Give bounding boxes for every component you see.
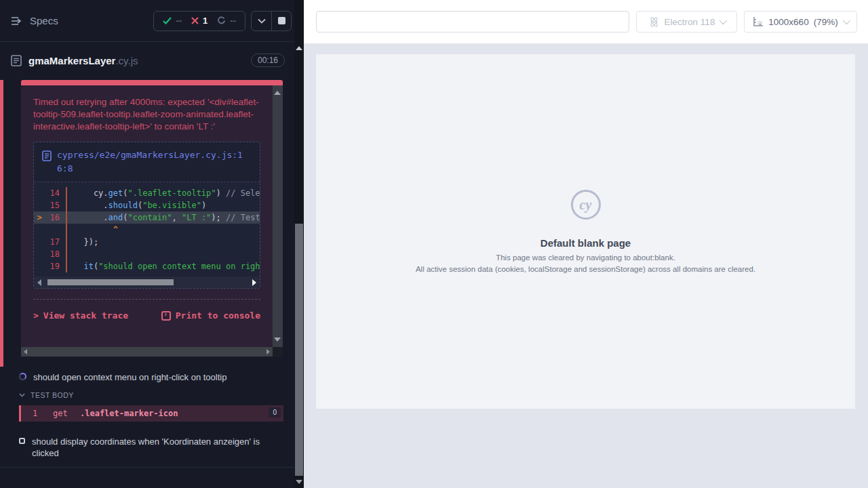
test-running[interactable]: should open context menu on right-click … — [0, 371, 294, 383]
reporter-sidebar: Specs -- 1 -- — [0, 0, 294, 488]
blank-page-line2: All active session data (cookies, localS… — [416, 265, 755, 273]
error-vertical-scrollbar[interactable] — [273, 85, 283, 347]
print-to-console-button[interactable]: Print to console — [161, 310, 260, 321]
chevron-right-icon: > — [33, 310, 39, 321]
scroll-up-icon — [274, 91, 281, 95]
reporter-header: Specs -- 1 -- — [0, 0, 294, 42]
view-stack-trace-link[interactable]: > View stack trace — [33, 310, 128, 321]
chevron-down-icon — [842, 17, 850, 24]
test-title: should open context menu on right-click … — [33, 371, 226, 383]
test-pending[interactable]: should display coordinates when 'Koordin… — [0, 436, 294, 459]
cypress-logo: cy — [571, 190, 601, 220]
error-divider — [33, 299, 260, 300]
stat-failed: 1 — [191, 16, 208, 26]
pending-icon — [19, 438, 25, 444]
test-body-toggle[interactable]: TEST BODY — [0, 391, 294, 399]
url-input[interactable] — [316, 11, 629, 33]
zoom-label: (79%) — [814, 17, 838, 27]
console-icon — [161, 311, 171, 321]
error-top-bar — [21, 80, 283, 85]
scrollbar-thumb[interactable] — [295, 224, 303, 476]
browser-label: Electron 118 — [665, 17, 715, 27]
error-horizontal-scrollbar[interactable] — [21, 347, 283, 357]
test-list: should open context menu on right-click … — [0, 367, 294, 468]
stat-passed: -- — [163, 16, 182, 26]
x-icon — [191, 17, 199, 24]
error-content: Timed out retrying after 4000ms: expecte… — [21, 85, 273, 347]
command-row[interactable]: 1 get .leaflet-marker-icon 0 — [19, 405, 283, 422]
scrollbar-corner — [273, 347, 283, 357]
browser-selector[interactable]: Electron 118 — [636, 11, 737, 33]
restart-icon — [217, 16, 226, 25]
chevron-down-icon — [19, 393, 25, 397]
viewport-label: 1000x660 — [768, 17, 808, 27]
app: Specs -- 1 -- — [0, 0, 868, 488]
code-frame-file-link[interactable]: cypress/e2e/gmaMarkersLayer.cy.js:16:8 — [34, 142, 260, 182]
command-message: .leaflet-marker-icon — [80, 409, 178, 418]
runner-controls — [251, 11, 292, 31]
spec-timer: 00:16 — [251, 54, 285, 67]
blank-page-line1: This page was cleared by navigating to a… — [496, 253, 675, 262]
test-title: should display coordinates when 'Koordin… — [32, 436, 266, 459]
scroll-left-icon — [37, 279, 41, 286]
scroll-down-icon — [274, 338, 281, 342]
scroll-right-icon — [267, 349, 270, 354]
list-divider — [0, 467, 294, 468]
aut-iframe: cy Default blank page This page was clea… — [316, 54, 855, 409]
collapse-button[interactable] — [252, 11, 271, 31]
check-icon — [163, 17, 172, 24]
scroll-left-icon — [24, 349, 27, 354]
command-method: get — [53, 409, 80, 418]
aut-header: Electron 118 1000x660 (79%) — [304, 0, 868, 43]
stop-icon — [278, 17, 285, 24]
chevron-down-icon — [719, 17, 727, 24]
failed-test-strip — [0, 80, 3, 367]
specs-label: Specs — [30, 15, 58, 26]
code-horizontal-scrollbar[interactable] — [34, 277, 260, 288]
error-message: Timed out retrying after 4000ms: expecte… — [33, 96, 264, 133]
scroll-right-icon — [252, 279, 256, 286]
command-count-badge: 0 — [269, 407, 281, 418]
code-frame: cypress/e2e/gmaMarkersLayer.cy.js:16:8 1… — [33, 142, 260, 289]
chevron-down-icon — [258, 18, 266, 24]
scroll-up-icon — [296, 46, 302, 50]
scrollbar-thumb[interactable] — [47, 279, 174, 285]
code-lines: 14 cy.get(".leaflet-tooltip") // Sele15 … — [34, 182, 260, 277]
aut-panel: Electron 118 1000x660 (79%) cy Default b… — [304, 0, 868, 488]
stop-button[interactable] — [271, 11, 291, 31]
test-stats[interactable]: -- 1 -- — [153, 11, 245, 31]
stat-pending: -- — [217, 16, 236, 26]
specs-menu-icon[interactable] — [11, 16, 23, 26]
file-icon — [42, 150, 52, 161]
spec-file-icon — [11, 55, 22, 66]
aut-body: cy Default blank page This page was clea… — [304, 43, 868, 488]
electron-icon — [648, 16, 660, 28]
spec-row[interactable]: gmaMarkersLayer.cy.js 00:16 — [0, 42, 294, 79]
command-number: 1 — [33, 409, 53, 418]
blank-page-title: Default blank page — [540, 237, 631, 249]
scroll-down-icon — [296, 480, 302, 484]
viewport-size-icon — [753, 16, 764, 27]
viewport-selector[interactable]: 1000x660 (79%) — [744, 11, 857, 33]
spinner-icon — [19, 373, 26, 380]
error-region: Timed out retrying after 4000ms: expecte… — [0, 80, 294, 367]
spec-name: gmaMarkersLayer.cy.js — [28, 55, 138, 66]
reporter-vertical-scrollbar[interactable] — [294, 0, 304, 488]
